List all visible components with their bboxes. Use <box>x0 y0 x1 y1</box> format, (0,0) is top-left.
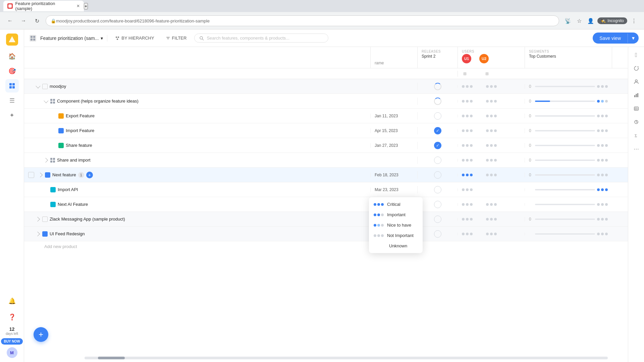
address-bar[interactable]: 🔒 moodjoy.productboard.com/feature-board… <box>46 15 559 26</box>
row-segments-import: 0 <box>525 128 612 133</box>
expand-component[interactable] <box>43 99 48 104</box>
row-timeframe-next: Feb 18, 2023 <box>370 173 417 177</box>
sidebar-item-filter[interactable]: ☰ <box>5 94 19 107</box>
row-segments-import-api <box>525 188 612 191</box>
filter-u2-icon[interactable]: ⊞ <box>484 71 490 77</box>
check-circle: ✓ <box>434 127 441 134</box>
col-right-actions-header <box>612 47 628 68</box>
filter-u1-icon[interactable]: ⊞ <box>462 71 468 77</box>
seg-dots-moodjoy <box>597 85 608 88</box>
hierarchy-button[interactable]: BY HIERARCHY <box>111 34 158 43</box>
more-panel-icon[interactable]: ⋯ <box>631 143 642 154</box>
save-view-button[interactable]: Save view <box>593 33 628 43</box>
tab-close-button[interactable]: ✕ <box>76 4 80 8</box>
loading-spinner <box>434 83 441 90</box>
expand-zlack[interactable] <box>35 217 40 222</box>
fab-add-button[interactable]: + <box>34 327 48 342</box>
bookmark-button[interactable]: ☆ <box>575 16 584 25</box>
forward-button[interactable]: → <box>19 16 28 25</box>
cycle-panel-icon[interactable] <box>631 117 642 127</box>
table-row: Export Feature Jan 11, 2023 <box>24 109 628 123</box>
new-tab-button[interactable]: + <box>84 3 88 9</box>
check-circle-share: ✓ <box>434 142 441 149</box>
days-left-indicator: 12 days left <box>6 326 18 336</box>
svg-rect-6 <box>12 86 15 88</box>
person-icon[interactable] <box>631 76 642 87</box>
feature-icon-share <box>58 143 64 148</box>
timeframe-label: rame <box>375 61 384 65</box>
svg-point-17 <box>200 37 203 39</box>
component-icon <box>50 99 55 104</box>
sidebar-item-board[interactable] <box>5 79 19 93</box>
dropdown-item-nice-to-have[interactable]: Nice to have <box>369 220 423 230</box>
sidebar-item-home[interactable]: 🏠 <box>5 50 19 63</box>
important-label: Important <box>387 212 406 217</box>
row-releases-moodjoy <box>417 83 458 90</box>
critical-label: Critical <box>387 202 400 207</box>
users-group-label: USERS <box>458 47 525 54</box>
user-avatar[interactable]: M <box>7 347 17 358</box>
search-box[interactable]: Search features, components & products..… <box>194 34 328 43</box>
view-name-arrow: ▾ <box>101 36 103 41</box>
sidebar-item-target[interactable]: 🎯 <box>5 64 19 78</box>
user-u2-avatar: U2 <box>479 54 489 63</box>
svg-rect-10 <box>33 39 35 41</box>
back-button[interactable]: ← <box>5 16 15 25</box>
browser-actions: 📡 ☆ 👤 🕵 Incognito ⋮ <box>563 16 639 25</box>
apple-icon[interactable]:  <box>631 50 642 60</box>
chart-panel-icon[interactable] <box>631 90 642 101</box>
buy-now-button[interactable]: BUY NOW <box>1 338 22 345</box>
row-label-import: Import Feature <box>66 128 94 133</box>
sidebar-item-help[interactable]: ❓ <box>5 310 19 324</box>
checkbox-next-feature[interactable] <box>28 172 34 178</box>
row-users-share <box>458 144 525 147</box>
row-label-ui-feed: UI Feed Redesign <box>50 231 85 236</box>
dropdown-item-critical[interactable]: Critical <box>369 199 423 209</box>
save-view-container: Save view ▾ <box>593 33 639 44</box>
sigma-panel-icon[interactable]: Σ <box>631 130 642 141</box>
row-label-export: Export Feature <box>66 113 95 118</box>
add-product-row[interactable]: Add new product <box>24 241 628 252</box>
view-name[interactable]: Feature prioritization (sam... ▾ <box>40 36 103 41</box>
refresh-panel-icon[interactable] <box>631 63 642 74</box>
component-icon-share-import <box>50 158 55 163</box>
table-row-next-ai: Next AI Feature Jan 31, 2023 <box>24 197 628 212</box>
profile-button[interactable]: 👤 <box>586 16 595 25</box>
row-timeframe-export: Jan 11, 2023 <box>370 114 417 118</box>
sidebar-item-bell[interactable]: 🔔 <box>5 294 19 308</box>
refresh-button[interactable]: ↻ <box>32 16 42 25</box>
save-view-dropdown-button[interactable]: ▾ <box>628 33 639 44</box>
svg-rect-22 <box>636 94 637 97</box>
svg-rect-23 <box>637 93 638 97</box>
filter-subheader: ⊞ ⊞ <box>24 68 628 79</box>
horizontal-scrollbar[interactable] <box>85 357 608 359</box>
expand-next-feature[interactable] <box>38 172 43 178</box>
row-label-moodjoy: moodjoy <box>50 84 66 89</box>
expand-ui-feed[interactable] <box>35 231 40 237</box>
row-main-ui-feed: UI Feed Redesign <box>24 231 370 237</box>
row-releases-ui-feed <box>417 230 458 238</box>
dropdown-item-unknown[interactable]: Unknown <box>369 241 423 251</box>
expand-moodjoy[interactable] <box>35 84 40 89</box>
dropdown-item-not-important[interactable]: Not Important <box>369 230 423 241</box>
row-main-next-ai: Next AI Feature <box>24 202 370 207</box>
row-releases-share-import <box>417 157 458 164</box>
row-users-next <box>458 174 525 176</box>
cast-button[interactable]: 📡 <box>563 16 573 25</box>
row-users-next-ai <box>458 203 525 206</box>
nice-to-have-dots <box>374 224 384 227</box>
active-tab[interactable]: Feature prioritization (sample) ✕ <box>3 1 84 11</box>
add-badge-next[interactable]: + <box>86 172 93 178</box>
filter-button[interactable]: FILTER <box>162 34 191 43</box>
product-icon-zlack <box>42 217 48 222</box>
table-panel-icon[interactable] <box>631 103 642 114</box>
expand-share-import[interactable] <box>43 158 48 163</box>
table-row: Component (helps organize feature ideas) <box>24 94 628 109</box>
dropdown-item-important[interactable]: Important <box>369 209 423 220</box>
feature-icon-next-ai <box>50 202 56 207</box>
row-users-import-api <box>458 188 525 191</box>
scroll-thumb[interactable] <box>98 357 125 359</box>
row-releases-import: ✓ <box>417 127 458 134</box>
menu-button[interactable]: ⋮ <box>629 16 639 25</box>
sidebar-item-star[interactable]: ✦ <box>5 109 19 122</box>
